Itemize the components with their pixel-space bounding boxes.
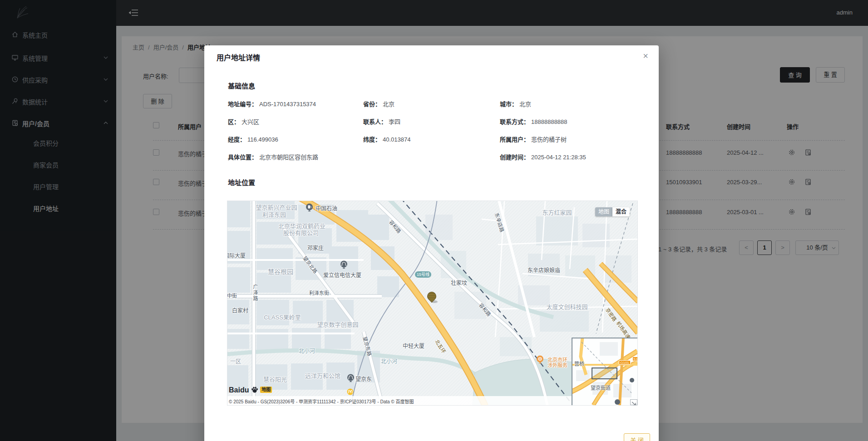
subway-station-icon [340, 260, 348, 269]
map-label-huigu-sunshine: 慧谷阳光 [263, 375, 287, 383]
map-label-intl-tower: 国际大厦 [227, 251, 246, 259]
app-root: 系统主页 系统管理 供应采购 数据统计 用户/会员 会员积分 商家会员 用户管理… [0, 0, 868, 441]
modal-title: 用户地址详情 [217, 52, 260, 63]
field-latitude: 纬度：40.013874 [363, 135, 410, 143]
baidu-logo-text: Baidu [229, 386, 249, 394]
map-label-petro-china: 中国石油 [316, 204, 337, 212]
map-label-zhong-street: 中街 [227, 292, 237, 299]
field-position: 具体位置：北京市朝阳区容创东路 [228, 152, 318, 161]
field-contact: 联系人：李四 [363, 117, 400, 126]
section-address-location: 地址位置 [228, 177, 255, 187]
baidu-map[interactable]: 望京新兴产业园 利泽东园 中国石油 北京华润双鹤药业 股份有限公司 邓家庄 国际… [227, 201, 638, 406]
minimap-resize-handle[interactable] [630, 399, 637, 405]
modal-close-button[interactable]: 关 闭 [624, 433, 650, 441]
user-address-detail-modal: 用户地址详情 × 基础信息 地址编号：ADS-1701437315374 省份：… [204, 45, 659, 441]
field-address-no: 地址编号：ADS-1701437315374 [228, 99, 316, 108]
field-owner: 所属用户：悲伤的橘子树 [500, 135, 567, 143]
map-label-zhuangjiafen: 壮家坟 [451, 279, 467, 286]
map-label-digital-park: 望京数字创意园 [317, 320, 358, 328]
map-label-class-guolingli: CLASS果岭里 [264, 313, 301, 321]
mcdonalds-icon [347, 388, 354, 395]
map-label-poi-service-line2: 涉外服务 [547, 361, 567, 368]
map-label-qu: 一区 [230, 357, 241, 365]
field-longitude: 经度：116.499036 [228, 135, 278, 143]
map-label-taidu-park: 太度文创科技园 [546, 302, 587, 311]
field-phone: 联系方式：18888888888 [500, 117, 567, 126]
field-city: 城市：北京 [500, 99, 531, 108]
map-label-zhongqing-tower: 中轻大厦 [403, 342, 424, 349]
minimap-label-yingqiao: 营桥 [574, 360, 584, 367]
field-district: 区：大兴区 [228, 117, 259, 126]
map-label-beixiaohe-1: 北小河 [299, 347, 315, 354]
map-label-ericsson-tower: 爱立信电信大厦 [323, 271, 361, 279]
subway-station-icon [347, 374, 355, 382]
map-label-dongfanghong: 东方红家园 [542, 208, 572, 216]
section-basic-info: 基础信息 [228, 81, 255, 90]
service-poi-icon [536, 355, 544, 364]
map-label-yuanyang-mansion: 远洋万和公馆 [305, 371, 340, 380]
minimap-viewport-rect[interactable] [592, 368, 617, 379]
field-created: 创建时间：2025-04-12 21:28:35 [500, 152, 586, 161]
overview-minimap[interactable]: 营桥 望京街道 G101 S1 [572, 338, 638, 406]
map-label-guangze-road: 广泽路 [252, 284, 259, 302]
map-label-dengjiazhuang: 邓家庄 [307, 244, 324, 251]
baidu-map-tag: 地图 [260, 387, 272, 393]
map-hybrid-button[interactable]: 混合 [612, 207, 630, 216]
baidu-logo: Baidu 地图 [229, 386, 272, 395]
g101-road-badge: G101 [619, 360, 631, 365]
map-label-lize-east-street: 利泽东街 [309, 289, 329, 296]
map-label-huarun-line2: 股份有限公司 [283, 228, 319, 237]
map-label-lize-east-garden: 利泽东园 [262, 210, 286, 219]
close-icon[interactable]: × [639, 50, 652, 63]
gas-station-icon [306, 203, 313, 212]
map-label-niangniang-temple: 东辛店娘娘庙 [528, 266, 560, 274]
metro-line15-badge: 15号线 [415, 271, 431, 278]
minimap-label-wangjing-street: 望京街道 [591, 384, 611, 391]
map-copyright-text: © 2025 Baidu - GS(2023)3206号 - 甲测资字11111… [229, 398, 414, 405]
s1-road-badge: S1 [632, 357, 638, 361]
field-province: 省份：北京 [363, 99, 395, 108]
map-type-button[interactable]: 地图 [595, 207, 612, 216]
map-label-baijiacun: 白家村 [232, 306, 248, 314]
map-label-beixiaohe-2: 北小河 [381, 357, 397, 365]
baidu-paw-icon [251, 386, 258, 393]
map-label-huigu-genyuan: 慧谷根园 [268, 267, 293, 276]
map-label-wangjing-east: 望京东 [355, 375, 372, 382]
